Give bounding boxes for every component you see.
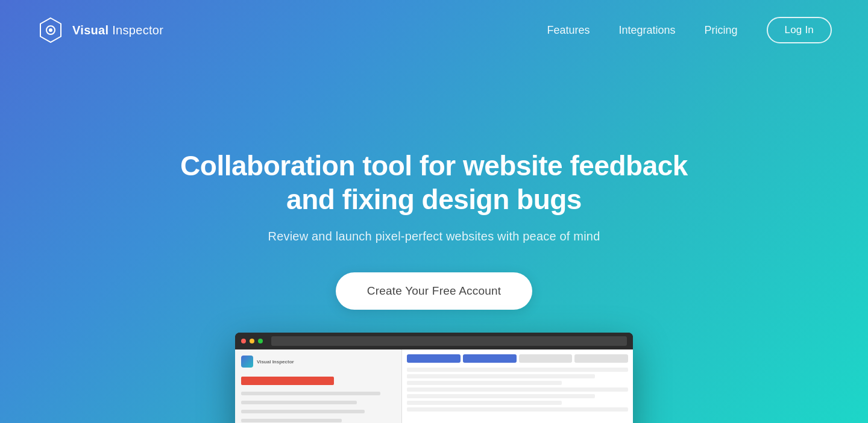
browser-sidebar-header: Visual Inspector xyxy=(241,356,395,368)
content-line-1 xyxy=(407,368,628,372)
sidebar-title: Visual Inspector xyxy=(257,359,294,365)
nav-pricing[interactable]: Pricing xyxy=(705,24,738,37)
toolbar-btn-3 xyxy=(519,354,573,363)
browser-mockup: Visual Inspector xyxy=(235,333,633,423)
hero-title: Collaboration tool for website feedback … xyxy=(163,149,705,216)
content-line-3 xyxy=(407,381,562,385)
logo[interactable]: Visual Inspector xyxy=(36,16,163,45)
cta-button[interactable]: Create Your Free Account xyxy=(336,272,532,310)
toolbar-btn-1 xyxy=(407,354,461,363)
sidebar-line-4 xyxy=(241,419,342,422)
sidebar-line-2 xyxy=(241,401,357,404)
nav-links: Features Integrations Pricing Log In xyxy=(547,17,832,43)
logo-text: Visual Inspector xyxy=(72,24,163,37)
logo-brand: Visual xyxy=(72,24,108,37)
browser-main-toolbar xyxy=(407,354,628,363)
toolbar-btn-4 xyxy=(574,354,628,363)
logo-name: Inspector xyxy=(108,24,163,37)
content-line-2 xyxy=(407,374,595,378)
sidebar-red-bar xyxy=(241,377,334,385)
login-button[interactable]: Log In xyxy=(767,17,832,43)
nav-integrations[interactable]: Integrations xyxy=(618,24,675,37)
content-line-7 xyxy=(407,407,628,412)
svg-point-1 xyxy=(49,28,52,32)
sidebar-line-1 xyxy=(241,392,380,395)
sidebar-line-3 xyxy=(241,410,365,413)
navbar: Visual Inspector Features Integrations P… xyxy=(0,0,868,60)
content-line-4 xyxy=(407,387,628,392)
browser-dot-green xyxy=(258,339,263,343)
sidebar-logo-small xyxy=(241,356,253,368)
browser-body: Visual Inspector xyxy=(235,349,633,423)
browser-toolbar xyxy=(235,333,633,349)
browser-address-bar xyxy=(271,336,627,346)
nav-features[interactable]: Features xyxy=(547,24,590,37)
logo-icon xyxy=(36,16,65,45)
content-line-5 xyxy=(407,394,595,398)
toolbar-btn-2 xyxy=(463,354,517,363)
content-line-6 xyxy=(407,401,562,405)
browser-sidebar: Visual Inspector xyxy=(235,349,402,423)
browser-mockup-container: Visual Inspector xyxy=(235,333,633,423)
browser-dot-yellow xyxy=(250,339,254,343)
browser-main-content xyxy=(402,349,633,423)
browser-dot-red xyxy=(241,339,246,343)
hero-subtitle: Review and launch pixel-perfect websites… xyxy=(268,230,600,243)
hero-section: Visual Inspector Features Integrations P… xyxy=(0,0,868,423)
